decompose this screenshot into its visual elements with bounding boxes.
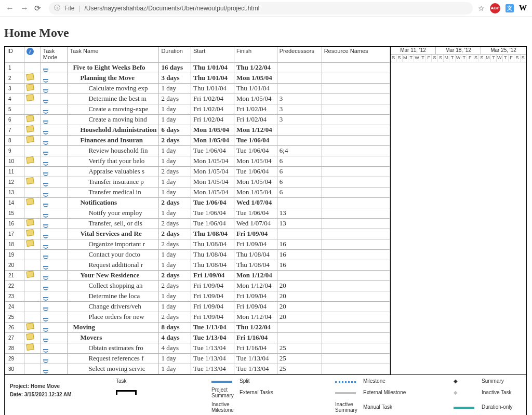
legend-extmile-swatch: ◆ — [454, 390, 480, 395]
table-row[interactable]: 21Your New Residence2 daysFri 1/09/04Mon… — [5, 270, 390, 280]
table-row[interactable]: 4Determine the best m2 daysFri 1/02/04Mo… — [5, 93, 390, 104]
cell-taskmode — [41, 364, 68, 374]
table-row[interactable]: 13Transfer medical in1 dayMon 1/05/04Mon… — [5, 187, 390, 197]
table-row[interactable]: 17Vital Services and Re2 daysThu 1/08/04… — [5, 229, 390, 239]
taskmode-icon — [43, 349, 48, 353]
cell-resources — [322, 208, 390, 218]
table-row[interactable]: 6Create a moving bind1 dayFri 1/02/04Fri… — [5, 114, 390, 125]
cell-info — [24, 187, 41, 197]
cell-finish: Tue 1/06/04 — [234, 208, 277, 218]
table-row[interactable]: 7Household Administration6 daysMon 1/05/… — [5, 125, 390, 135]
taskmode-icon — [43, 276, 48, 280]
cell-taskname: Five to Eight Weeks Befo — [68, 62, 159, 73]
note-icon — [26, 198, 34, 205]
cell-id: 14 — [5, 197, 24, 208]
address-bar[interactable]: ⓘ File | /Users/nayyershahbaz/Documents/… — [49, 2, 473, 15]
header-finish[interactable]: Finish — [234, 47, 277, 62]
table-row[interactable]: 5Create a moving-expe1 dayFri 1/02/04Fri… — [5, 104, 390, 114]
extension-translate-icon[interactable]: 文 — [506, 4, 514, 12]
extension-w-icon[interactable]: W — [519, 4, 527, 12]
timeline-month: Mar 11, '12 — [391, 47, 436, 54]
cell-predecessors: 6;4 — [277, 145, 322, 156]
cell-predecessors: 13 — [277, 208, 322, 218]
table-row[interactable]: 14Notifications2 daysTue 1/06/04Wed 1/07… — [5, 197, 390, 208]
legend-task-label: Task — [116, 378, 209, 384]
cell-taskname: Place orders for new — [68, 312, 159, 322]
header-task-mode[interactable]: Task Mode — [41, 47, 68, 62]
header-resource-names[interactable]: Resource Names — [322, 47, 390, 62]
cell-duration: 4 days — [159, 332, 191, 343]
table-row[interactable]: 26Moving8 daysTue 1/13/04Thu 1/22/04 — [5, 322, 390, 332]
cell-info — [24, 114, 41, 125]
header-duration[interactable]: Duration — [159, 47, 191, 62]
cell-duration: 2 days — [159, 135, 191, 145]
table-row[interactable]: 22Collect shopping an2 daysFri 1/09/04Mo… — [5, 280, 390, 291]
header-task-name[interactable]: Task Name — [68, 47, 159, 62]
header-id[interactable]: ID — [5, 47, 24, 62]
cell-info — [24, 353, 41, 364]
cell-taskmode — [41, 166, 68, 177]
table-row[interactable]: 19Contact your docto1 dayThu 1/08/04Thu … — [5, 249, 390, 260]
cell-info — [24, 93, 41, 104]
back-button[interactable]: ← — [5, 4, 15, 13]
table-row[interactable]: 24Change drivers/veh1 dayFri 1/09/04Fri … — [5, 301, 390, 312]
cell-info — [24, 332, 41, 343]
cell-duration: 2 days — [159, 166, 191, 177]
note-icon — [26, 156, 34, 164]
table-row[interactable]: 3Calculate moving exp1 dayThu 1/01/04Thu… — [5, 83, 390, 93]
cell-taskname: Planning the Move — [68, 73, 159, 83]
table-row[interactable]: 23Determine the loca1 dayFri 1/09/04Fri … — [5, 291, 390, 301]
table-row[interactable]: 10Verify that your belo1 dayMon 1/05/04M… — [5, 156, 390, 166]
table-row[interactable]: 9Review household fin1 dayTue 1/06/04Tue… — [5, 145, 390, 156]
taskmode-icon — [43, 204, 48, 207]
table-row[interactable]: 29Request references f1 dayTue 1/13/04Tu… — [5, 353, 390, 364]
cell-start: Tue 1/06/04 — [191, 145, 234, 156]
cell-id: 12 — [5, 177, 24, 187]
table-row[interactable]: 1Five to Eight Weeks Befo16 daysThu 1/01… — [5, 62, 390, 73]
cell-duration: 1 day — [159, 83, 191, 93]
timeline-panel: Mar 11, '12Mar 18, '12Mar 25, '12 SSMTWT… — [391, 47, 526, 374]
cell-id: 8 — [5, 135, 24, 145]
legend-exttasks-label: External Tasks — [240, 390, 333, 395]
table-row[interactable]: 16Transfer, sell, or dis2 daysTue 1/06/0… — [5, 218, 390, 229]
cell-info — [24, 239, 41, 249]
header-start[interactable]: Start — [191, 47, 234, 62]
table-row[interactable]: 18Organize important r2 daysThu 1/08/04F… — [5, 239, 390, 249]
reload-button[interactable]: ⟳ — [34, 4, 44, 13]
taskmode-icon — [43, 256, 48, 259]
table-row[interactable]: 11Appraise valuables s2 daysMon 1/05/04T… — [5, 166, 390, 177]
cell-taskname: Request additional r — [68, 260, 159, 270]
cell-finish: Fri 1/09/04 — [234, 239, 277, 249]
table-row[interactable]: 2Planning the Move3 daysThu 1/01/04Mon 1… — [5, 73, 390, 83]
table-row[interactable]: 15Notify your employ1 dayTue 1/06/04Tue … — [5, 208, 390, 218]
note-icon — [26, 343, 34, 351]
extension-abp-icon[interactable]: ABP — [490, 3, 500, 14]
table-row[interactable]: 12Transfer insurance p1 dayMon 1/05/04Mo… — [5, 177, 390, 187]
cell-duration: 8 days — [159, 322, 191, 332]
table-row[interactable]: 28Obtain estimates fro4 daysTue 1/13/04F… — [5, 343, 390, 353]
cell-start: Tue 1/06/04 — [191, 218, 234, 229]
cell-predecessors: 16 — [277, 249, 322, 260]
cell-id: 28 — [5, 343, 24, 353]
cell-id: 18 — [5, 239, 24, 249]
header-predecessors[interactable]: Predecessors — [277, 47, 322, 62]
header-info[interactable]: i — [24, 47, 41, 62]
bookmark-star-icon[interactable]: ☆ — [478, 4, 485, 12]
taskmode-icon — [43, 141, 48, 145]
cell-id: 6 — [5, 114, 24, 125]
forward-button[interactable]: → — [20, 4, 29, 13]
cell-taskmode — [41, 301, 68, 312]
table-row[interactable]: 30Select moving servic1 dayTue 1/13/04Tu… — [5, 364, 390, 374]
cell-resources — [322, 291, 390, 301]
table-row[interactable]: 27Movers4 daysTue 1/13/04Fri 1/16/04 — [5, 332, 390, 343]
cell-start: Mon 1/05/04 — [191, 135, 234, 145]
cell-finish: Mon 1/05/04 — [234, 73, 277, 83]
cell-start: Thu 1/01/04 — [191, 62, 234, 73]
cell-start: Mon 1/05/04 — [191, 177, 234, 187]
table-row[interactable]: 8Finances and Insuran2 daysMon 1/05/04Tu… — [5, 135, 390, 145]
table-row[interactable]: 25Place orders for new2 daysFri 1/09/04M… — [5, 312, 390, 322]
timeline-day: W — [497, 55, 502, 62]
table-row[interactable]: 20Request additional r1 dayThu 1/08/04Th… — [5, 260, 390, 270]
cell-duration: 1 day — [159, 364, 191, 374]
cell-start: Fri 1/02/04 — [191, 104, 234, 114]
